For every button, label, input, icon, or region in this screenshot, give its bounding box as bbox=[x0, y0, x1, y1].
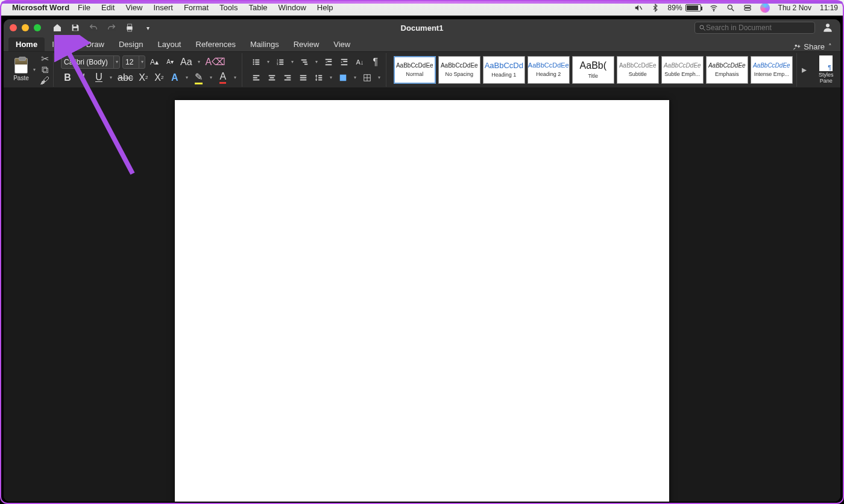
menubar-time[interactable]: 11:19 bbox=[820, 4, 838, 12]
font-size-input[interactable] bbox=[123, 58, 139, 66]
tab-insert[interactable]: Insert bbox=[45, 37, 79, 51]
font-size-combo[interactable] bbox=[122, 55, 145, 69]
text-effects-dropdown[interactable] bbox=[184, 71, 190, 84]
tab-draw[interactable]: Draw bbox=[79, 37, 112, 51]
paste-dropdown[interactable] bbox=[31, 63, 37, 77]
minimize-button[interactable] bbox=[22, 24, 29, 31]
numbering-dropdown[interactable] bbox=[289, 55, 295, 69]
menu-format[interactable]: Format bbox=[184, 3, 209, 12]
style-normal[interactable]: AaBbCcDdEeNormal bbox=[394, 56, 436, 84]
account-icon[interactable] bbox=[821, 21, 834, 34]
close-button[interactable] bbox=[10, 24, 17, 31]
document-area[interactable] bbox=[4, 88, 840, 502]
underline-button[interactable]: U bbox=[92, 71, 106, 84]
style-subtle-emph-[interactable]: AaBbCcDdEeSubtle Emph... bbox=[661, 56, 704, 84]
font-name-dropdown[interactable] bbox=[113, 55, 119, 69]
menu-file[interactable]: File bbox=[78, 3, 90, 12]
shading-icon[interactable] bbox=[336, 71, 350, 84]
bullets-icon[interactable] bbox=[250, 55, 263, 69]
strikethrough-button[interactable]: abc bbox=[116, 71, 134, 84]
line-spacing-icon[interactable] bbox=[312, 71, 326, 84]
font-color-dropdown[interactable] bbox=[232, 71, 238, 84]
menu-window[interactable]: Window bbox=[279, 3, 306, 12]
styles-pane-button[interactable]: StylesPane bbox=[815, 55, 837, 84]
mute-icon[interactable] bbox=[634, 4, 643, 12]
change-case-icon[interactable]: Aa bbox=[179, 55, 194, 69]
font-size-dropdown[interactable] bbox=[139, 55, 145, 69]
font-color-icon[interactable]: A bbox=[216, 71, 230, 84]
change-case-dropdown[interactable] bbox=[196, 55, 202, 69]
menubar-date[interactable]: Thu 2 Nov bbox=[778, 4, 811, 12]
bluetooth-icon[interactable] bbox=[651, 4, 660, 12]
align-center-icon[interactable] bbox=[265, 71, 279, 84]
copy-icon[interactable]: ⧉ bbox=[40, 66, 49, 74]
cut-icon[interactable]: ✂ bbox=[40, 55, 49, 63]
redo-icon[interactable] bbox=[106, 22, 117, 33]
undo-icon[interactable] bbox=[88, 22, 99, 33]
increase-indent-icon[interactable] bbox=[338, 55, 351, 69]
menu-help[interactable]: Help bbox=[317, 3, 333, 12]
spotlight-icon[interactable] bbox=[726, 4, 735, 12]
battery-status[interactable]: 89% bbox=[668, 4, 701, 12]
grow-font-icon[interactable]: A▴ bbox=[148, 55, 161, 69]
paste-button[interactable]: Paste bbox=[11, 54, 31, 86]
search-input[interactable] bbox=[706, 24, 811, 32]
home-icon[interactable] bbox=[52, 22, 63, 33]
clear-formatting-icon[interactable]: A⌫ bbox=[204, 55, 227, 69]
style-no-spacing[interactable]: AaBbCcDdEeNo Spacing bbox=[438, 56, 480, 84]
qat-customize-icon[interactable]: ▾ bbox=[142, 22, 153, 33]
page[interactable] bbox=[175, 100, 669, 502]
justify-icon[interactable] bbox=[297, 71, 310, 84]
save-icon[interactable] bbox=[70, 22, 81, 33]
menu-table[interactable]: Table bbox=[248, 3, 267, 12]
font-name-input[interactable] bbox=[61, 58, 113, 66]
highlight-icon[interactable]: ✎ bbox=[192, 71, 206, 84]
numbering-icon[interactable]: 123 bbox=[274, 55, 287, 69]
font-name-combo[interactable] bbox=[61, 55, 120, 69]
bullets-dropdown[interactable] bbox=[265, 55, 271, 69]
borders-dropdown[interactable] bbox=[376, 71, 382, 84]
menu-edit[interactable]: Edit bbox=[101, 3, 115, 12]
style-intense-emp-[interactable]: AaBbCcDdEeIntense Emp... bbox=[751, 56, 793, 84]
share-button[interactable]: Share bbox=[793, 42, 825, 51]
style-heading-2[interactable]: AaBbCcDdEeHeading 2 bbox=[528, 56, 570, 84]
style-subtitle[interactable]: AaBbCcDdEeSubtitle bbox=[617, 56, 659, 84]
bold-button[interactable]: B bbox=[61, 71, 74, 84]
gallery-next-icon[interactable]: ▸ bbox=[801, 56, 808, 84]
shrink-font-icon[interactable]: A▾ bbox=[163, 55, 177, 69]
siri-icon[interactable] bbox=[760, 3, 770, 13]
italic-button[interactable]: I bbox=[77, 71, 90, 84]
text-effects-icon[interactable]: A bbox=[168, 71, 181, 84]
menu-tools[interactable]: Tools bbox=[219, 3, 238, 12]
tab-references[interactable]: References bbox=[189, 37, 243, 51]
borders-icon[interactable] bbox=[361, 71, 374, 84]
tab-home[interactable]: Home bbox=[8, 37, 45, 51]
tab-view[interactable]: View bbox=[326, 37, 357, 51]
style-title[interactable]: AaBb(Title bbox=[572, 56, 614, 84]
control-center-icon[interactable] bbox=[743, 4, 752, 12]
tab-mailings[interactable]: Mailings bbox=[243, 37, 286, 51]
app-name[interactable]: Microsoft Word bbox=[12, 3, 69, 12]
print-icon[interactable] bbox=[124, 22, 135, 33]
style-heading-1[interactable]: AaBbCcDdHeading 1 bbox=[483, 56, 525, 84]
shading-dropdown[interactable] bbox=[352, 71, 358, 84]
menu-view[interactable]: View bbox=[125, 3, 142, 12]
multilevel-list-icon[interactable] bbox=[298, 55, 311, 69]
wifi-icon[interactable] bbox=[710, 4, 718, 12]
line-spacing-dropdown[interactable] bbox=[328, 71, 334, 84]
subscript-button[interactable]: X2 bbox=[137, 71, 150, 84]
align-right-icon[interactable] bbox=[281, 71, 294, 84]
menu-insert[interactable]: Insert bbox=[153, 3, 173, 12]
style-emphasis[interactable]: AaBbCcDdEeEmphasis bbox=[706, 56, 748, 84]
multilevel-dropdown[interactable] bbox=[313, 55, 320, 69]
show-marks-icon[interactable]: ¶ bbox=[369, 55, 382, 69]
underline-dropdown[interactable] bbox=[108, 71, 114, 84]
tab-layout[interactable]: Layout bbox=[150, 37, 188, 51]
superscript-button[interactable]: X2 bbox=[153, 71, 166, 84]
decrease-indent-icon[interactable] bbox=[322, 55, 335, 69]
format-painter-icon[interactable]: 🖌 bbox=[40, 77, 49, 85]
tab-review[interactable]: Review bbox=[286, 37, 327, 51]
search-box[interactable] bbox=[694, 22, 815, 34]
tab-design[interactable]: Design bbox=[112, 37, 150, 51]
collapse-ribbon-icon[interactable]: ˄ bbox=[828, 43, 832, 51]
